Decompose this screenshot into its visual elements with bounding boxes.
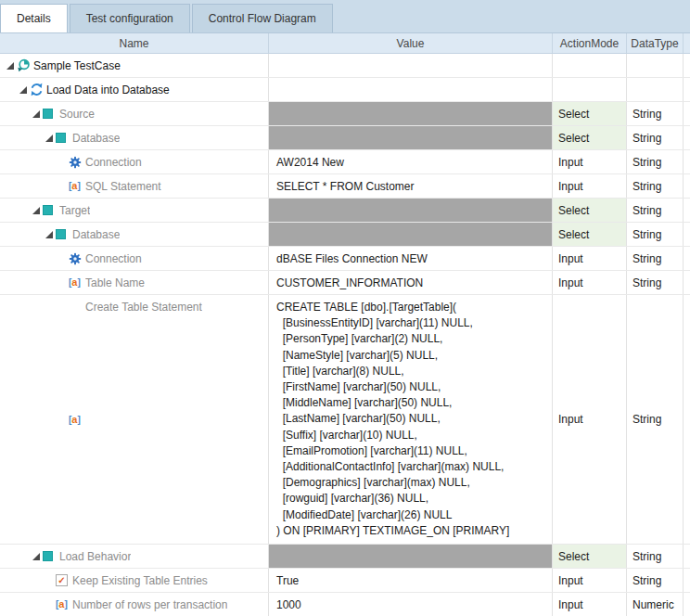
module-square-icon	[56, 133, 72, 143]
tree-expander-icon[interactable]	[30, 551, 43, 562]
value-cell[interactable]: True	[269, 569, 553, 592]
row-name-label: Database	[72, 228, 120, 241]
value-cell[interactable]: SELECT * FROM Customer	[269, 174, 553, 198]
tab-details[interactable]: Details	[0, 4, 68, 32]
column-header-filler	[684, 33, 690, 53]
name-cell: [a]Number of rows per transaction	[0, 593, 269, 616]
grid-rows: Sample TestCaseLoad Data into DatabaseSo…	[0, 54, 690, 616]
row-name-label: Create Table Statement	[85, 295, 202, 314]
table-row-connection[interactable]: ConnectiondBASE Files Connection NEWInpu…	[0, 247, 690, 271]
table-row-database[interactable]: DatabaseSelectString	[0, 223, 690, 247]
datatype-cell[interactable]: String	[627, 199, 684, 222]
table-row-target[interactable]: TargetSelectString	[0, 199, 690, 223]
actionmode-cell[interactable]: Input	[553, 569, 627, 592]
datatype-cell[interactable]: String	[627, 545, 684, 568]
tree-expander-icon[interactable]	[30, 109, 43, 120]
row-filler	[684, 545, 690, 568]
tree-expander-icon[interactable]	[43, 229, 56, 240]
table-row-connection[interactable]: ConnectionAW2014 NewInputString	[0, 150, 690, 174]
table-row-database[interactable]: DatabaseSelectString	[0, 126, 690, 150]
table-row-source[interactable]: SourceSelectString	[0, 102, 690, 126]
row-filler	[684, 102, 690, 125]
module-square-icon	[56, 229, 72, 239]
actionmode-cell[interactable]: Select	[553, 102, 627, 125]
column-header-datatype: DataType	[627, 33, 684, 53]
table-row-create-table-statement[interactable]: [a]Create Table StatementCREATE TABLE [d…	[0, 295, 690, 545]
value-cell	[269, 54, 553, 77]
tree-expander-icon[interactable]	[4, 60, 17, 71]
name-cell: Database	[0, 223, 269, 246]
row-filler	[684, 247, 690, 270]
tree-indent-spacer	[56, 253, 69, 264]
value-cell-disabled	[269, 199, 553, 222]
actionmode-cell[interactable]: Input	[553, 295, 627, 544]
text-attribute-icon: [a]	[69, 415, 85, 425]
tree-expander-icon[interactable]	[30, 205, 43, 216]
datatype-cell[interactable]: String	[627, 271, 684, 294]
name-cell: Load Data into Database	[0, 78, 269, 101]
tree-indent-spacer	[56, 181, 69, 192]
name-cell: Target	[0, 199, 269, 222]
tab-test-configuration[interactable]: Test configuration	[70, 4, 190, 32]
table-row-table-name[interactable]: [a]Table NameCUSTOMER_INFORMATIONInputSt…	[0, 271, 690, 295]
datatype-cell[interactable]: String	[627, 102, 684, 125]
datatype-cell[interactable]: String	[627, 126, 684, 149]
name-cell: Database	[0, 126, 269, 149]
actionmode-cell[interactable]: Input	[553, 150, 627, 173]
tab-bar: DetailsTest configurationControl Flow Di…	[0, 0, 690, 33]
tree-expander-icon[interactable]	[43, 133, 56, 144]
name-cell: Connection	[0, 150, 269, 173]
row-filler	[684, 593, 690, 616]
row-filler	[684, 54, 690, 77]
checkbox-checked-icon: ✓	[56, 574, 72, 586]
datatype-cell[interactable]: Numeric	[627, 593, 684, 616]
row-filler	[684, 271, 690, 294]
tree-indent-spacer	[43, 575, 56, 586]
table-row-sql-statement[interactable]: [a]SQL StatementSELECT * FROM CustomerIn…	[0, 174, 690, 199]
value-cell[interactable]: AW2014 New	[269, 150, 553, 173]
actionmode-cell[interactable]: Input	[553, 593, 627, 616]
value-cell[interactable]: dBASE Files Connection NEW	[269, 247, 553, 270]
tree-indent-spacer	[43, 599, 56, 610]
datatype-cell[interactable]: String	[627, 174, 684, 198]
value-cell[interactable]: 1000	[269, 593, 553, 616]
value-cell-disabled	[269, 545, 553, 568]
datatype-cell[interactable]: String	[627, 247, 684, 270]
tree-expander-icon[interactable]	[17, 84, 30, 96]
row-name-label: Source	[59, 108, 95, 121]
text-attribute-icon: [a]	[69, 277, 85, 288]
tree-indent-spacer	[56, 302, 69, 314]
actionmode-cell[interactable]: Input	[553, 174, 627, 198]
datatype-cell[interactable]: String	[627, 223, 684, 246]
row-name-label: Table Name	[85, 276, 145, 289]
actionmode-cell[interactable]: Input	[553, 247, 627, 270]
table-row-keep-existing-table-entries[interactable]: ✓Keep Existing Table EntriesTrueInputStr…	[0, 569, 690, 593]
testcase-icon	[17, 58, 33, 72]
table-row-number-of-rows-per-transaction[interactable]: [a]Number of rows per transaction1000Inp…	[0, 593, 690, 616]
table-row-sample-testcase[interactable]: Sample TestCase	[0, 54, 690, 78]
text-attribute-icon: [a]	[69, 181, 85, 191]
actionmode-cell[interactable]: Select	[553, 199, 627, 222]
row-name-label: Sample TestCase	[33, 59, 121, 72]
row-name-label: Connection	[85, 252, 142, 265]
row-filler	[684, 295, 690, 544]
actionmode-cell[interactable]: Select	[553, 126, 627, 149]
value-cell[interactable]: CUSTOMER_INFORMATION	[269, 271, 553, 294]
table-row-load-data-into-database[interactable]: Load Data into Database	[0, 78, 690, 102]
actionmode-cell[interactable]: Select	[553, 545, 627, 568]
table-row-load-behavior[interactable]: Load BehaviorSelectString	[0, 545, 690, 569]
datatype-cell[interactable]: String	[627, 295, 684, 544]
value-cell-disabled	[269, 223, 553, 246]
row-name-label: Keep Existing Table Entries	[72, 574, 208, 587]
datatype-cell[interactable]: String	[627, 569, 684, 592]
value-cell[interactable]: CREATE TABLE [dbo].[TargetTable]( [Busin…	[269, 295, 553, 544]
actionmode-cell[interactable]: Input	[553, 271, 627, 294]
column-header-name: Name	[0, 33, 269, 53]
actionmode-cell[interactable]: Select	[553, 223, 627, 246]
row-name-label: SQL Statement	[85, 180, 161, 193]
name-cell: Load Behavior	[0, 545, 269, 568]
gear-icon	[69, 156, 85, 169]
tab-control-flow-diagram[interactable]: Control Flow Diagram	[192, 4, 333, 32]
column-header-value: Value	[269, 33, 553, 53]
datatype-cell[interactable]: String	[627, 150, 684, 173]
